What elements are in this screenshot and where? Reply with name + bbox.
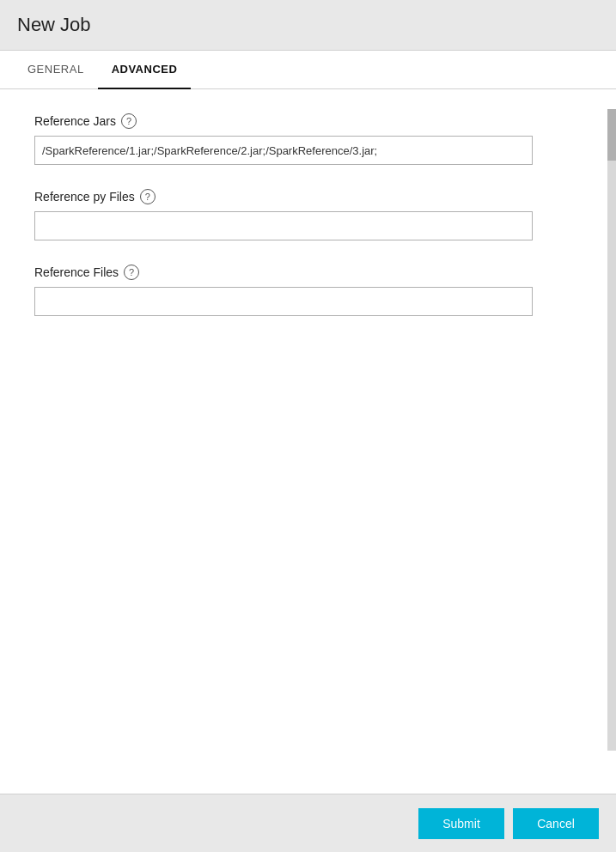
reference-py-files-input[interactable] <box>34 211 533 240</box>
cancel-button[interactable]: Cancel <box>513 808 599 839</box>
page-title: New Job <box>17 14 599 36</box>
footer: Submit Cancel <box>0 794 616 852</box>
reference-files-group: Reference Files ? <box>34 265 582 316</box>
scrollbar-track[interactable] <box>607 109 616 751</box>
reference-jars-help-icon[interactable]: ? <box>121 113 137 129</box>
tab-general[interactable]: GENERAL <box>14 51 98 89</box>
tab-advanced[interactable]: ADVANCED <box>98 51 192 89</box>
reference-files-label: Reference Files ? <box>34 265 582 280</box>
reference-jars-label: Reference Jars ? <box>34 113 582 129</box>
reference-jars-group: Reference Jars ? <box>34 113 582 165</box>
title-bar: New Job <box>0 0 616 51</box>
submit-button[interactable]: Submit <box>418 808 504 839</box>
form-area: Reference Jars ? Reference py Files ? Re… <box>0 89 616 794</box>
main-wrapper: GENERAL ADVANCED Reference Jars ? Refere… <box>0 51 616 794</box>
reference-py-files-help-icon[interactable]: ? <box>140 189 156 204</box>
reference-jars-input[interactable] <box>34 136 533 165</box>
tab-bar: GENERAL ADVANCED <box>0 51 616 89</box>
reference-files-input[interactable] <box>34 287 533 316</box>
reference-py-files-label: Reference py Files ? <box>34 189 582 204</box>
reference-files-help-icon[interactable]: ? <box>124 265 139 280</box>
main-content: GENERAL ADVANCED Reference Jars ? Refere… <box>0 51 616 794</box>
scrollbar-thumb[interactable] <box>607 109 616 161</box>
reference-py-files-group: Reference py Files ? <box>34 189 582 240</box>
